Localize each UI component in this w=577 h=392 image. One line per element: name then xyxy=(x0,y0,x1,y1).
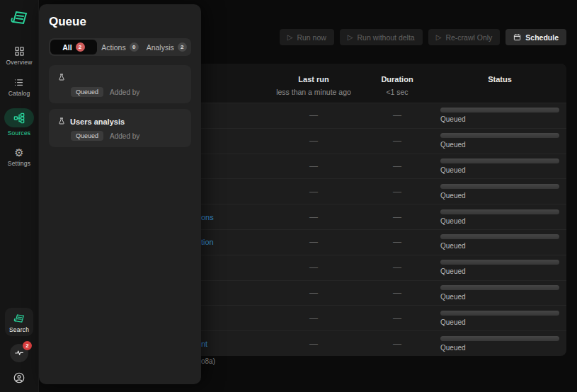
run-now-button[interactable]: ▷ Run now xyxy=(280,29,334,45)
play-icon: ▷ xyxy=(287,33,293,41)
search-button[interactable]: Search xyxy=(5,308,33,336)
queue-item-added-by: Added by xyxy=(110,88,139,96)
status-label: Queued xyxy=(440,318,559,326)
status-progress-bar xyxy=(440,260,559,265)
row-duration: — xyxy=(367,212,428,222)
row-status-cell: Queued xyxy=(428,154,566,179)
play-icon: ▷ xyxy=(348,33,353,41)
queue-item-list: Queued Added by Users analysis Queued Ad… xyxy=(49,65,191,147)
queue-tabs: All 2 Actions 0 Analysis 2 xyxy=(49,38,191,56)
col-header-last-run: Last run xyxy=(261,75,367,83)
status-label: Queued xyxy=(440,344,559,352)
row-duration: — xyxy=(367,110,428,120)
status-progress-bar xyxy=(440,158,559,163)
row-status-cell: Queued xyxy=(428,129,566,154)
queue-item[interactable]: Users analysis Queued Added by xyxy=(49,109,191,147)
row-name-link[interactable]: tion xyxy=(201,238,214,246)
sidebar-item-overview[interactable]: Overview xyxy=(6,46,32,66)
gear-icon: ⚙ xyxy=(14,148,23,158)
row-status-cell: Queued xyxy=(428,306,566,330)
row-status-cell: Queued xyxy=(428,204,566,229)
row-duration: — xyxy=(367,313,428,323)
status-label: Queued xyxy=(440,115,559,123)
schedule-button[interactable]: Schedule xyxy=(505,29,566,45)
sources-table: Last run Duration Status less than a min… xyxy=(170,64,566,356)
status-progress-bar xyxy=(440,336,559,341)
brand-logo-icon[interactable] xyxy=(8,6,30,29)
status-progress-bar xyxy=(440,108,559,113)
col-header-duration: Duration xyxy=(367,75,428,83)
flask-icon xyxy=(57,117,66,126)
run-now-label: Run now xyxy=(297,33,326,42)
table-row: ons — — Queued xyxy=(170,204,566,229)
tab-analysis[interactable]: Analysis 2 xyxy=(143,40,190,54)
sidebar: Overview Catalog xyxy=(0,0,39,392)
row-status-cell: Queued xyxy=(428,230,566,255)
tab-actions-label: Actions xyxy=(101,43,125,52)
tab-all-count: 2 xyxy=(76,42,85,52)
row-duration: — xyxy=(367,161,428,171)
row-status-cell: Queued xyxy=(428,255,566,280)
search-button-label: Search xyxy=(9,326,29,333)
row-status-cell: Queued xyxy=(428,103,566,128)
row-last-run: — xyxy=(261,161,367,171)
row-last-run: — xyxy=(261,237,367,247)
row-last-run: — xyxy=(261,288,367,298)
tab-all[interactable]: All 2 xyxy=(50,40,97,54)
sidebar-item-catalog[interactable]: Catalog xyxy=(8,77,30,97)
queue-item-status-badge: Queued xyxy=(71,131,103,141)
summary-duration: <1 sec xyxy=(367,88,428,96)
queue-panel-title: Queue xyxy=(49,15,191,29)
sidebar-item-sources[interactable]: Sources xyxy=(4,108,34,137)
sidebar-nav: Overview Catalog xyxy=(4,46,34,178)
row-name-link[interactable]: ons xyxy=(201,213,214,221)
row-last-run: — xyxy=(261,263,367,272)
status-label: Queued xyxy=(440,242,559,250)
table-row: — — Queued xyxy=(170,128,566,154)
queue-item[interactable]: Queued Added by xyxy=(49,65,191,103)
run-toolbar: ▷ Run now ▷ Run without delta ▷ Re-crawl… xyxy=(280,29,566,45)
row-last-run: — xyxy=(261,110,367,120)
status-progress-bar xyxy=(440,133,559,138)
row-name-link[interactable]: nt xyxy=(201,340,207,348)
status-progress-bar xyxy=(440,285,559,290)
row-duration: — xyxy=(367,339,428,349)
play-icon: ▷ xyxy=(436,33,442,41)
re-crawl-only-label: Re-crawl Only xyxy=(445,33,492,42)
re-crawl-only-button[interactable]: ▷ Re-crawl Only xyxy=(428,29,501,45)
sidebar-item-settings[interactable]: ⚙ Settings xyxy=(8,148,30,167)
tab-analysis-count: 2 xyxy=(178,42,187,52)
sidebar-label-overview: Overview xyxy=(6,59,32,66)
row-duration: — xyxy=(367,136,428,146)
row-duration: — xyxy=(367,237,428,247)
status-label: Queued xyxy=(440,166,559,174)
status-progress-bar xyxy=(440,234,559,239)
table-body: — — Queued — — Queued xyxy=(170,103,566,356)
row-duration: — xyxy=(367,263,428,272)
status-progress-bar xyxy=(440,184,559,189)
table-header: Last run Duration Status less than a min… xyxy=(170,64,566,103)
table-row: — — Queued xyxy=(170,154,566,179)
sidebar-label-settings: Settings xyxy=(8,160,30,167)
nodes-icon xyxy=(4,108,34,127)
queue-item-added-by: Added by xyxy=(110,132,139,140)
table-row: nt — — Queued xyxy=(170,330,566,356)
tab-actions[interactable]: Actions 0 xyxy=(97,40,144,54)
activity-button[interactable]: 2 xyxy=(10,344,28,362)
queue-item-title: Users analysis xyxy=(70,117,125,126)
run-without-delta-button[interactable]: ▷ Run without delta xyxy=(340,29,423,45)
pulse-icon xyxy=(14,348,24,358)
status-progress-bar xyxy=(440,311,559,316)
list-icon xyxy=(13,77,24,88)
row-status-cell: Queued xyxy=(428,281,566,306)
table-row: — — Queued xyxy=(170,178,566,204)
profile-button[interactable] xyxy=(13,371,25,384)
status-label: Queued xyxy=(440,293,559,301)
table-row: — — Queued xyxy=(170,103,566,128)
row-last-run: — xyxy=(261,339,367,349)
app-root: ▷ Run now ▷ Run without delta ▷ Re-crawl… xyxy=(0,0,577,392)
queue-panel: Queue All 2 Actions 0 Analysis 2 xyxy=(39,4,201,384)
run-without-delta-label: Run without delta xyxy=(358,33,415,42)
status-progress-bar xyxy=(440,209,559,214)
tab-actions-count: 0 xyxy=(130,42,139,52)
